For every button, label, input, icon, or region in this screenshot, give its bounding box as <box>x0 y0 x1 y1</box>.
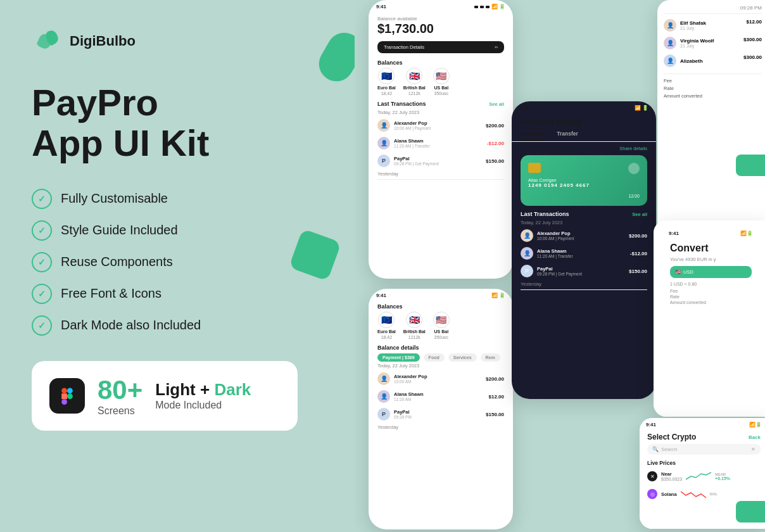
brand-name: DigiBulbo <box>70 33 136 49</box>
check-icon-1 <box>32 189 52 209</box>
tx-row-b2: 👤 Alana Shawn 11:20 AM $12.00 <box>369 388 513 405</box>
logo-icon <box>32 25 63 57</box>
feature-4: Free Font & Icons <box>32 284 323 304</box>
features-list: Fully Customisable Style Guide Included … <box>32 189 323 336</box>
check-icon-3 <box>32 252 52 272</box>
rate-label: Rate <box>664 86 762 91</box>
feature-2: Style Guide Included <box>32 220 323 241</box>
balance-gbp: 🇬🇧 British Bal 1212k <box>403 68 426 96</box>
balances-title-b: Balances <box>369 300 513 312</box>
near-chart <box>686 470 711 483</box>
last-tx-header: Last Transactions See all <box>369 98 513 108</box>
crypto-header: Select Crypto Back <box>640 429 765 444</box>
balances-row-b: 🇪🇺 Euro Bal 18,42 🇬🇧 British Bal 1212k 🇺… <box>369 312 513 339</box>
right-area: 9:41 📶 🔋 Balance available $1,730.00 Tra… <box>355 0 765 532</box>
phone-account-details: 9:41 📶 🔋 Account details Received Transf… <box>512 101 656 399</box>
tx-row-3: P PayPal 09:28 PM | Get Payment $150.00 <box>369 152 513 170</box>
balance-euro: 🇪🇺 Euro Bal 18,42 <box>377 68 396 96</box>
convert-rate: 1 USD = 0.80 <box>670 282 752 286</box>
svg-rect-0 <box>61 388 67 393</box>
amount-converted-label: Amount converted <box>664 93 762 99</box>
tx-details-btn[interactable]: Transaction Details ›› <box>377 41 504 53</box>
amount-converted-field: Amount converted <box>670 300 752 305</box>
phone-light-top-screen: 9:41 📶 🔋 Balance available $1,730.00 Tra… <box>369 0 513 279</box>
tx-row-1: 👤 Alexander Pop 10:00 AM | Payment $200.… <box>369 117 513 134</box>
sol-icon: ◎ <box>647 489 657 499</box>
rate-field: Rate <box>670 294 752 299</box>
logo-area: DigiBulbo <box>32 25 323 57</box>
convert-title: Convert <box>670 243 752 254</box>
svg-rect-3 <box>67 388 73 393</box>
cta-button-bottom[interactable] <box>736 501 765 522</box>
check-icon-2 <box>32 220 52 241</box>
phone-right-top: 09:28 PM 👤 Elif Shafak 21 July $12.00 👤 … <box>657 0 765 234</box>
phone-light-bottom-screen: 9:41 📶 🔋 Balances 🇪🇺 Euro Bal 18,42 🇬🇧 B… <box>369 289 513 529</box>
crypto-row-near: ✕ Near $350.0023 NEAR +0.15% <box>640 467 765 485</box>
balances-row: 🇪🇺 Euro Bal 18,42 🇬🇧 British Bal 1212k 🇺… <box>369 68 513 96</box>
feature-3: Reuse Components <box>32 252 323 272</box>
balance-usd: 🇺🇸 US Bal 350usc <box>433 68 450 96</box>
bottom-card: 80+ Screens Light + Dark Mode Included <box>32 361 298 431</box>
account-details-screen: 9:41 📶 🔋 Account details Received Transf… <box>512 101 656 399</box>
phone-light-top: 9:41 📶 🔋 Balance available $1,730.00 Tra… <box>369 0 513 279</box>
tx-row-2: 👤 Alana Shawn 11:20 AM | Transfer -$12.0… <box>369 134 513 152</box>
filter-tabs: Payment | $389 Food Services Rem <box>369 353 513 362</box>
screens-count-area: 80+ Screens <box>98 375 142 417</box>
last-tx-header-c: Last Transactions See all <box>512 208 656 218</box>
balance-details-title: Balance details <box>369 342 513 353</box>
near-icon: ✕ <box>647 471 657 481</box>
feature-1: Fully Customisable <box>32 189 323 209</box>
convert-btn[interactable]: 🇺🇸 USD <box>670 266 752 278</box>
feature-5: Dark Mode also Included <box>32 315 323 336</box>
card-visual: Atlas Corrigan 1249 0194 2405 4667 12/20 <box>521 155 647 206</box>
phone-convert: 9:41 📶🔋 Convert You've 4930 EUR in y 🇺🇸 … <box>654 220 765 417</box>
svg-rect-2 <box>61 399 67 405</box>
tx-row-c2: 👤 Alana Shawn 11:20 AM | Transfer -$12.0… <box>512 244 656 262</box>
mode-area: Light + Dark Mode Included <box>155 380 251 411</box>
svg-point-4 <box>67 393 73 399</box>
tx-row-b3: P PayPal 09:28 PM $150.00 <box>369 405 513 423</box>
near-change: NEAR +0.15% <box>715 472 730 481</box>
status-bar: 9:41 📶 🔋 <box>369 0 513 11</box>
tx-row-c1: 👤 Alexander Pop 10:00 AM | Payment $200.… <box>512 227 656 244</box>
fee-field: Fee <box>670 289 752 293</box>
svg-rect-1 <box>61 393 67 399</box>
main-title: PayPro App UI Kit <box>32 82 323 163</box>
card-chip <box>528 163 541 173</box>
crypto-search[interactable]: 🔍 Search ✕ <box>647 444 761 455</box>
share-details[interactable]: Share details <box>512 144 656 153</box>
balance-section: Balance available $1,730.00 <box>369 11 513 39</box>
live-prices-label: Live Prices <box>640 459 765 467</box>
partial-tx-3: 👤 Alizabeth $300.00 <box>664 52 762 70</box>
phone-light-bottom: 9:41 📶 🔋 Balances 🇪🇺 Euro Bal 18,42 🇬🇧 B… <box>369 289 513 529</box>
convert-sub: You've 4930 EUR in y <box>670 256 752 262</box>
check-icon-5 <box>32 315 52 336</box>
figma-icon <box>49 378 85 414</box>
date-label: Today, 22 July 2023 <box>369 108 513 117</box>
cta-button-top[interactable] <box>736 155 765 176</box>
crypto-row-sol: ◎ Solana SOL <box>640 485 765 503</box>
status-bar-b: 9:41 📶 🔋 <box>369 289 513 300</box>
account-tabs: Received Transfer <box>512 130 656 142</box>
check-icon-4 <box>32 284 52 304</box>
fee-label: Fee <box>664 78 762 84</box>
sol-change: SOL <box>710 492 718 496</box>
partial-tx-2: 👤 Virginia Woolf 21 July $300.00 <box>664 34 762 52</box>
partial-tx-1: 👤 Elif Shafak 21 July $12.00 <box>664 16 762 34</box>
tx-row-b1: 👤 Alexander Pop 10:00 AM $200.00 <box>369 370 513 388</box>
tx-row-c3: P PayPal 09:28 PM | Get Payment $150.00 <box>512 262 656 280</box>
sol-chart <box>681 488 706 500</box>
account-title: Account details <box>512 112 656 130</box>
balances-title: Balances <box>369 56 513 68</box>
status-bar-c: 9:41 📶 🔋 <box>512 101 656 112</box>
